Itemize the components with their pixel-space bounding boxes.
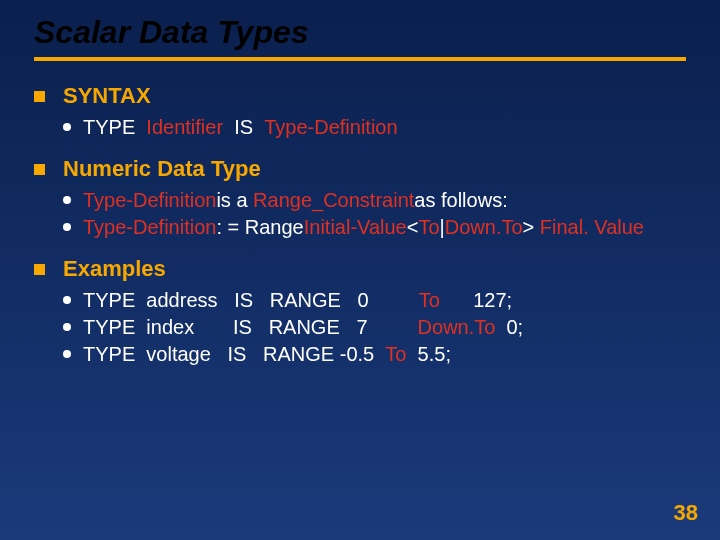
list-item-text: Type-Definition is a Range_Constraint as… bbox=[83, 188, 508, 213]
square-bullet-icon bbox=[34, 91, 45, 102]
plain-text: TYPE index IS RANGE 7 bbox=[83, 315, 418, 340]
sub-list: TYPE address IS RANGE 0 To 127;TYPE inde… bbox=[63, 288, 686, 367]
section-label: Examples bbox=[63, 256, 166, 282]
section-header: Examples bbox=[34, 256, 686, 282]
section-header: Numeric Data Type bbox=[34, 156, 686, 182]
plain-text: 5.5; bbox=[406, 342, 450, 367]
plain-text: TYPE address IS RANGE 0 bbox=[83, 288, 419, 313]
sub-list: TYPE Identifier IS Type-Definition bbox=[63, 115, 686, 140]
keyword-text: Initial-Value bbox=[304, 215, 407, 240]
list-item: TYPE address IS RANGE 0 To 127; bbox=[63, 288, 686, 313]
list-item-text: TYPE voltage IS RANGE -0.5 To 5.5; bbox=[83, 342, 451, 367]
dot-bullet-icon bbox=[63, 350, 71, 358]
list-item: TYPE voltage IS RANGE -0.5 To 5.5; bbox=[63, 342, 686, 367]
list-item: Type-Definition : = Range Initial-Value … bbox=[63, 215, 686, 240]
plain-text: 0; bbox=[495, 315, 523, 340]
dot-bullet-icon bbox=[63, 123, 71, 131]
list-item-text: TYPE index IS RANGE 7 Down.To 0; bbox=[83, 315, 523, 340]
slide: Scalar Data Types SYNTAXTYPE Identifier … bbox=[0, 0, 720, 540]
keyword-text: Final. Value bbox=[540, 215, 644, 240]
list-item-text: TYPE Identifier IS Type-Definition bbox=[83, 115, 398, 140]
dot-bullet-icon bbox=[63, 296, 71, 304]
dot-bullet-icon bbox=[63, 196, 71, 204]
section-label: Numeric Data Type bbox=[63, 156, 261, 182]
plain-text: : = Range bbox=[216, 215, 303, 240]
section-header: SYNTAX bbox=[34, 83, 686, 109]
keyword-text: To bbox=[418, 215, 439, 240]
dot-bullet-icon bbox=[63, 223, 71, 231]
keyword-text: To bbox=[419, 288, 440, 313]
list-item: Type-Definition is a Range_Constraint as… bbox=[63, 188, 686, 213]
list-item-text: TYPE address IS RANGE 0 To 127; bbox=[83, 288, 512, 313]
plain-text: is a bbox=[216, 188, 253, 213]
dot-bullet-icon bbox=[63, 323, 71, 331]
keyword-text: Range_Constraint bbox=[253, 188, 414, 213]
slide-title: Scalar Data Types bbox=[34, 14, 686, 51]
keyword-text: Identifier bbox=[146, 115, 223, 140]
keyword-text: Type-Definition bbox=[83, 215, 216, 240]
keyword-text: Down.To bbox=[418, 315, 496, 340]
plain-text: > bbox=[523, 215, 540, 240]
keyword-text: To bbox=[385, 342, 406, 367]
keyword-text: Type-Definition bbox=[264, 115, 397, 140]
section-label: SYNTAX bbox=[63, 83, 151, 109]
plain-text: TYPE bbox=[83, 115, 146, 140]
page-number: 38 bbox=[674, 500, 698, 526]
square-bullet-icon bbox=[34, 164, 45, 175]
plain-text: as follows: bbox=[414, 188, 507, 213]
list-item: TYPE index IS RANGE 7 Down.To 0; bbox=[63, 315, 686, 340]
plain-text: IS bbox=[223, 115, 264, 140]
keyword-text: Down.To bbox=[445, 215, 523, 240]
square-bullet-icon bbox=[34, 264, 45, 275]
plain-text: TYPE voltage IS RANGE -0.5 bbox=[83, 342, 385, 367]
list-item-text: Type-Definition : = Range Initial-Value … bbox=[83, 215, 644, 240]
sub-list: Type-Definition is a Range_Constraint as… bbox=[63, 188, 686, 240]
keyword-text: Type-Definition bbox=[83, 188, 216, 213]
plain-text: 127; bbox=[440, 288, 512, 313]
plain-text: < bbox=[407, 215, 419, 240]
list-item: TYPE Identifier IS Type-Definition bbox=[63, 115, 686, 140]
slide-body: SYNTAXTYPE Identifier IS Type-Definition… bbox=[34, 83, 686, 367]
title-underline bbox=[34, 57, 686, 61]
